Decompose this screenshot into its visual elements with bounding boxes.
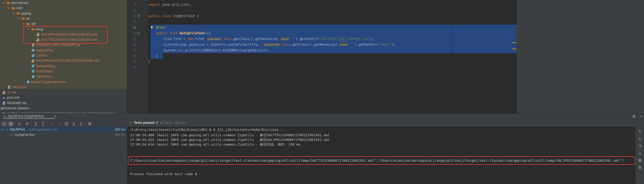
tree-item[interactable]: util bbox=[0, 21, 127, 26]
tree-item-label: ListTest bbox=[36, 53, 47, 58]
tree-item-label: SACJP9131000071788122081501.xml bbox=[41, 32, 97, 37]
tree-item-label: < 1.8 > bbox=[7, 111, 17, 113]
folder-icon bbox=[21, 17, 25, 21]
line-number: 11 bbox=[127, 13, 136, 19]
run-test-gutter-icon[interactable] bbox=[137, 31, 141, 35]
tree-item-label: SACTT9131000071788122081501.xml bbox=[41, 37, 97, 42]
next-failed-test-button[interactable] bbox=[56, 121, 62, 126]
folder-icon bbox=[31, 27, 35, 31]
tree-item[interactable]: pom.xml bbox=[0, 95, 127, 100]
tree-item[interactable]: SACJ.war bbox=[0, 85, 127, 90]
test-row-class[interactable]: ZipUtilTest (com.geping.etl.util) 282 ms bbox=[0, 127, 127, 132]
tree-item[interactable]: README.md bbox=[0, 100, 127, 106]
expand-all-button[interactable] bbox=[33, 121, 39, 126]
tree-item-label: geping bbox=[21, 11, 31, 16]
sort-by-duration-button[interactable] bbox=[24, 121, 30, 126]
tree-item[interactable]: XmlUtilTest bbox=[0, 69, 127, 74]
chevron-down-icon[interactable] bbox=[2, 1, 6, 5]
folder-icon bbox=[6, 1, 10, 5]
scroll-down-icon[interactable] bbox=[638, 137, 642, 141]
tree-item[interactable]: SACTT9131000071788122081501.xml bbox=[0, 37, 127, 42]
toolbar-separator bbox=[31, 121, 31, 126]
line-number: 15 bbox=[127, 36, 136, 42]
md-icon bbox=[2, 101, 6, 105]
jfolder-icon bbox=[2, 112, 6, 113]
tree-item[interactable]: 20220815_SACJ_REPORT.zip bbox=[0, 42, 127, 47]
tree-item[interactable]: geping bbox=[0, 11, 127, 16]
tree-item[interactable]: 11.xml bbox=[0, 90, 127, 95]
clear-all-icon[interactable] bbox=[638, 166, 642, 170]
code-line: public class ZipUtilTest { bbox=[148, 13, 199, 19]
fold-marker-icon[interactable]: ⌄ bbox=[143, 30, 145, 36]
tree-item[interactable]: SACJP9131000071788122081501ERR.xml bbox=[0, 58, 127, 63]
chevron-down-icon[interactable] bbox=[22, 22, 25, 26]
console-side-toolbar bbox=[636, 127, 644, 184]
fold-marker-icon[interactable]: ⌃ bbox=[143, 53, 145, 59]
tree-item-label: temp bbox=[36, 27, 43, 32]
project-tree-panel[interactable]: test-classescomgepingetlutiltempSACJP913… bbox=[0, 0, 127, 113]
tree-item[interactable]: SACJP9131000071788122081501.xml bbox=[0, 32, 127, 37]
tree-item[interactable]: test-classes bbox=[0, 0, 127, 5]
code-line: import java.io.File; bbox=[148, 0, 187, 2]
code-line: public void UnZipFileTest(){ bbox=[148, 30, 211, 36]
empty-editor-splitter-area bbox=[517, 0, 644, 113]
tree-item[interactable]: < 1.8 > /Library/Java/JavaVirtualMachine… bbox=[0, 111, 127, 113]
tree-item-label: etl bbox=[26, 16, 30, 21]
chevron-down-icon[interactable] bbox=[1, 128, 4, 131]
collapse-all-button[interactable] bbox=[40, 121, 46, 126]
xml-icon bbox=[2, 91, 6, 94]
fold-marker-icon[interactable]: ⌃ bbox=[143, 2, 145, 8]
maven-icon bbox=[2, 96, 6, 100]
print-icon[interactable] bbox=[638, 158, 642, 162]
run-tool-window: ZipUtilTest.UnZipFileTest Tests passed: … bbox=[0, 113, 644, 184]
code-line: System.out.println(JSONObject.toJSONStri… bbox=[148, 47, 269, 53]
settings-button[interactable] bbox=[87, 121, 93, 126]
editor-code-area[interactable]: import java.io.File;import java.util.Lis… bbox=[148, 0, 517, 113]
test-history-button[interactable] bbox=[63, 121, 70, 126]
xml-icon bbox=[36, 32, 40, 36]
export-test-results-button[interactable] bbox=[78, 121, 84, 126]
test-row-method[interactable]: UnZipFileTest 282 ms bbox=[0, 132, 127, 138]
code-editor[interactable]: 89⌃1011121314⌄15161718⌃1920 import java.… bbox=[127, 0, 517, 113]
chevron-down-icon[interactable] bbox=[17, 17, 20, 20]
show-passed-button[interactable] bbox=[1, 121, 7, 126]
xml-icon bbox=[31, 59, 35, 63]
close-icon[interactable] bbox=[53, 115, 57, 118]
chevron-down-icon[interactable] bbox=[7, 6, 11, 10]
toolbar-separator bbox=[47, 121, 47, 126]
tree-item[interactable]: DateUtilTest bbox=[0, 48, 127, 53]
scroll-up-icon[interactable] bbox=[638, 129, 642, 133]
sort-alphabetically-button[interactable] bbox=[17, 121, 23, 126]
tree-item[interactable]: com bbox=[0, 5, 127, 11]
soft-wrap-icon[interactable] bbox=[638, 144, 642, 148]
test-passed-icon bbox=[10, 133, 13, 137]
code-line: List<String> pathList = ZipUtils.unZipFi… bbox=[148, 42, 396, 47]
tree-item[interactable]: External Libraries bbox=[0, 106, 127, 111]
tree-item[interactable]: DataETLApplicationTest bbox=[0, 79, 127, 85]
line-number: 14 bbox=[127, 30, 136, 36]
tree-item[interactable]: ZipUtilTest bbox=[0, 74, 127, 79]
tree-item[interactable]: ListTest bbox=[0, 53, 127, 58]
scroll-to-end-icon[interactable] bbox=[638, 151, 642, 155]
intention-bulb-icon[interactable] bbox=[150, 26, 154, 29]
test-class-name: ZipUtilTest bbox=[10, 127, 25, 132]
tree-item[interactable]: temp bbox=[0, 27, 127, 32]
test-results-tree: ZipUtilTest (com.geping.etl.util) 282 ms… bbox=[0, 127, 127, 184]
show-ignored-button[interactable] bbox=[8, 121, 14, 126]
import-test-results-button[interactable] bbox=[71, 121, 77, 126]
tree-item-label: test-classes bbox=[11, 0, 29, 5]
run-test-gutter-icon[interactable] bbox=[137, 14, 141, 18]
tree-item[interactable]: StringUtilTest bbox=[0, 64, 127, 69]
line-number: 18 bbox=[127, 53, 136, 59]
tree-item-label: README.md bbox=[7, 100, 26, 106]
tests-passed-detail: of 1 test – 282 ms bbox=[160, 119, 185, 127]
settings-icon[interactable] bbox=[632, 115, 636, 118]
previous-failed-test-button[interactable] bbox=[49, 121, 55, 126]
hide-icon[interactable] bbox=[639, 115, 643, 118]
chevron-down-icon[interactable] bbox=[27, 27, 30, 31]
chevron-down-icon[interactable] bbox=[12, 11, 16, 15]
test-duration: 282 ms bbox=[115, 127, 125, 132]
run-console[interactable]: /Library/Java/JavaVirtualMachines/jdk1.8… bbox=[127, 127, 636, 184]
class-icon bbox=[26, 80, 30, 84]
tree-item[interactable]: etl bbox=[0, 16, 127, 21]
